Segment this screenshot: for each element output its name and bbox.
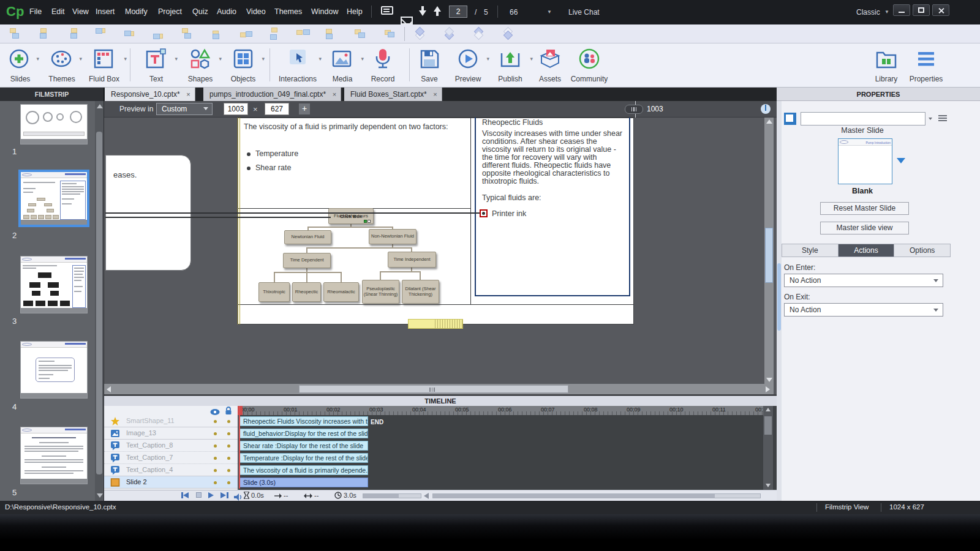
master-slide-view-button[interactable]: Master slide view bbox=[820, 222, 909, 234]
assets-button[interactable]: Assets bbox=[530, 47, 570, 83]
zoom-caret-icon[interactable]: ▼ bbox=[547, 9, 552, 15]
timeline-zoom-handle-icon[interactable] bbox=[424, 493, 429, 499]
text-button[interactable]: ▾ Text bbox=[136, 47, 176, 83]
scroll-left-icon[interactable] bbox=[107, 386, 111, 392]
mail-icon[interactable] bbox=[401, 17, 413, 24]
filmstrip-scroll-up-icon[interactable] bbox=[97, 104, 103, 108]
menu-edit[interactable]: Edit bbox=[51, 7, 65, 16]
center-horizontally-icon[interactable] bbox=[180, 28, 195, 40]
send-to-back-icon[interactable] bbox=[502, 28, 514, 40]
flowchart-node-newtonian[interactable]: Newtonian Fluid bbox=[284, 230, 331, 244]
reset-master-slide-button[interactable]: Reset Master Slide bbox=[820, 202, 909, 215]
text-caret-icon[interactable]: ▾ bbox=[175, 56, 178, 62]
menu-file[interactable]: File bbox=[29, 7, 42, 16]
distribute-vertically-icon[interactable] bbox=[266, 28, 281, 40]
lock-dot[interactable] bbox=[227, 444, 230, 448]
media-button[interactable]: ▾ Media bbox=[322, 47, 363, 83]
minimize-button[interactable] bbox=[893, 4, 910, 16]
notes-icon[interactable] bbox=[381, 6, 393, 15]
view-mode-label[interactable]: Filmstrip View bbox=[825, 503, 869, 511]
preview-height-input[interactable] bbox=[265, 103, 289, 115]
go-to-start-icon[interactable] bbox=[181, 492, 189, 498]
timeline-bar-caption4[interactable]: The viscosity of a fluid is primarily de… bbox=[239, 465, 368, 475]
timeline-row-smartshape[interactable]: SmartShape_11 bbox=[104, 415, 238, 427]
filmstrip-thumbnail-2[interactable] bbox=[18, 170, 89, 227]
previous-slide-icon[interactable] bbox=[419, 6, 426, 16]
align-bottom-icon[interactable] bbox=[151, 28, 166, 40]
scroll-down-icon[interactable] bbox=[766, 378, 772, 382]
flowchart-node-time-dependent[interactable]: Time Dependent bbox=[283, 253, 331, 268]
tab-actions[interactable]: Actions bbox=[839, 244, 895, 257]
filmstrip-scrollbar-thumb[interactable] bbox=[96, 132, 102, 474]
master-slide-caret-icon[interactable] bbox=[897, 158, 905, 163]
send-backward-icon[interactable] bbox=[473, 28, 485, 40]
tab-fluid-boxes-start[interactable]: Fluid Boxes_Start.cptx* × bbox=[344, 88, 442, 101]
zoom-value[interactable]: 66 bbox=[510, 8, 518, 17]
menu-window[interactable]: Window bbox=[311, 7, 338, 16]
preview-caret-icon[interactable]: ▾ bbox=[486, 56, 489, 62]
themes-caret-icon[interactable]: ▾ bbox=[79, 56, 82, 62]
equalize-size-icon[interactable] bbox=[353, 28, 368, 40]
workspace-switcher[interactable]: Classic bbox=[856, 8, 880, 17]
menu-help[interactable]: Help bbox=[347, 7, 363, 16]
visibility-dot[interactable] bbox=[214, 457, 217, 460]
publish-button[interactable]: ▾ Publish bbox=[490, 47, 530, 83]
flowchart-root-node[interactable]: Fluid Behaviours Click Box bbox=[328, 208, 374, 224]
visibility-dot[interactable] bbox=[214, 469, 217, 472]
visibility-dot[interactable] bbox=[214, 444, 217, 448]
timeline-bar-caption7[interactable]: Temperature :Display for the rest of the… bbox=[239, 453, 368, 463]
align-top-icon[interactable] bbox=[94, 28, 108, 40]
timeline-bar-slide[interactable]: Slide (3.0s) bbox=[239, 478, 368, 487]
properties-button[interactable]: Properties bbox=[906, 47, 946, 83]
text-caption-7[interactable]: Temperature bbox=[255, 149, 298, 158]
scroll-up-icon[interactable] bbox=[766, 119, 772, 124]
properties-scrollbar-thumb[interactable] bbox=[777, 263, 781, 331]
menu-themes[interactable]: Themes bbox=[274, 7, 302, 16]
visibility-dot[interactable] bbox=[214, 420, 217, 423]
objects-button[interactable]: ▾ Objects bbox=[223, 47, 263, 83]
timeline-row-slide[interactable]: Slide 2 bbox=[104, 476, 238, 489]
filmstrip-scroll-down-icon[interactable] bbox=[97, 493, 103, 498]
tab-pumps-introduction[interactable]: pumps_introduction_049_final.cptx* × bbox=[203, 88, 341, 101]
shapes-caret-icon[interactable]: ▾ bbox=[219, 56, 222, 62]
fluid-box-button[interactable]: ▾ Fluid Box bbox=[84, 47, 124, 83]
align-right-icon[interactable] bbox=[65, 28, 80, 40]
scroll-up-icon[interactable] bbox=[766, 408, 771, 411]
tab-close-icon[interactable]: × bbox=[186, 88, 190, 101]
flowchart-node-rheopectic[interactable]: Rheopectic bbox=[292, 282, 321, 302]
timeline-row-caption4[interactable]: Text_Caption_4 bbox=[104, 464, 238, 476]
record-button[interactable]: Record bbox=[363, 47, 403, 83]
lock-dot[interactable] bbox=[227, 457, 230, 460]
text-caption-8[interactable]: Shear rate bbox=[255, 163, 291, 172]
fluidbox-collapsed-indicator[interactable] bbox=[408, 319, 463, 329]
timeline-vertical-scrollbar-thumb[interactable] bbox=[764, 416, 772, 435]
canvas-horizontal-scrollbar-thumb[interactable] bbox=[299, 385, 568, 393]
visibility-dot[interactable] bbox=[214, 481, 217, 484]
save-button[interactable]: Save bbox=[409, 47, 450, 83]
breakpoint-slider-handle[interactable] bbox=[625, 105, 643, 114]
flowchart-node-pseudoplastic[interactable]: Pseudoplastic (Shear Thinning) bbox=[362, 280, 399, 304]
menu-quiz[interactable]: Quiz bbox=[192, 7, 208, 16]
menu-video[interactable]: Video bbox=[246, 7, 266, 16]
menu-view[interactable]: View bbox=[72, 7, 89, 16]
distribute-horizontally-icon[interactable] bbox=[238, 28, 252, 40]
scroll-down-icon[interactable] bbox=[766, 484, 771, 487]
fluid-box-caret-icon[interactable]: ▾ bbox=[124, 56, 127, 62]
stop-icon[interactable] bbox=[196, 492, 202, 498]
slides-button[interactable]: ▾ Slides bbox=[0, 47, 40, 83]
flowchart-node-non-newtonian[interactable]: Non-Newtonian Fluid bbox=[369, 229, 417, 244]
filmstrip-thumbnail-5[interactable] bbox=[20, 427, 88, 484]
align-left-icon[interactable] bbox=[7, 28, 22, 40]
play-icon[interactable] bbox=[208, 492, 214, 498]
timeline-row-caption7[interactable]: Text_Caption_7 bbox=[104, 452, 238, 464]
menu-audio[interactable]: Audio bbox=[217, 7, 236, 16]
interactions-button[interactable]: ▾ Interactions bbox=[277, 47, 318, 83]
center-vertically-icon[interactable] bbox=[209, 28, 224, 40]
flowchart-node-time-independent[interactable]: Time Independent bbox=[388, 252, 436, 268]
lock-dot[interactable] bbox=[227, 481, 230, 484]
menu-insert[interactable]: Insert bbox=[96, 7, 115, 16]
text-caption-4[interactable]: The viscosity of a fluid is primarily de… bbox=[244, 122, 466, 131]
library-button[interactable]: Library bbox=[866, 47, 907, 83]
lock-dot[interactable] bbox=[227, 420, 230, 423]
workspace-caret-icon[interactable]: ▼ bbox=[884, 9, 889, 15]
